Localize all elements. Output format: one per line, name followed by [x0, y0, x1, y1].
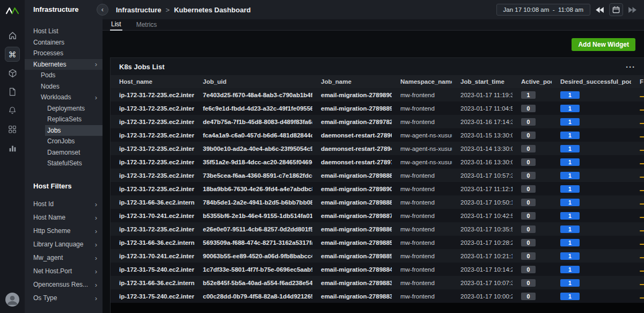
sidebar-collapse-button[interactable]: ‹: [97, 4, 108, 16]
cell-active-pods: 0: [513, 263, 552, 276]
table-row[interactable]: ip-172-31-72-235.ec2.internal7e403d25-f6…: [111, 88, 644, 101]
cell-namespace-name: mw-frontend: [392, 236, 452, 249]
chevron-right-icon: ›: [95, 94, 97, 101]
cell-job-start-time: 2023-01-16 17:14:39: [452, 115, 513, 128]
cell-namespace-name: mw-frontend: [392, 182, 452, 195]
table-row[interactable]: ip-172-31-72-235.ec2.internale26e0e07-95…: [111, 222, 644, 236]
cell-desired-successful-pods: 1: [552, 289, 631, 303]
column-header-active-pods[interactable]: Active_pods: [513, 75, 552, 88]
cell-active-pods: 0: [513, 276, 552, 289]
package-icon[interactable]: [5, 65, 20, 81]
filter-item-http-scheme[interactable]: Http Scheme›: [25, 224, 103, 238]
cell-job-start-time: 2023-01-17 10:50:15: [452, 195, 513, 209]
skip-back-icon[interactable]: [596, 7, 604, 13]
filter-item-net-host-port[interactable]: Net Host.Port›: [25, 265, 103, 278]
tab-list[interactable]: List: [110, 19, 122, 31]
tab-metrics[interactable]: Metrics: [135, 20, 158, 30]
sidebar-nav: Host ListContainersProcessesKubernetes›P…: [25, 19, 103, 169]
sidebar-item-nodes[interactable]: Nodes: [25, 81, 103, 92]
card-menu-icon[interactable]: ···: [626, 63, 635, 71]
sidebar-item-kubernetes[interactable]: Kubernetes›: [25, 59, 103, 70]
column-header-job-start-time[interactable]: Job_start_time: [452, 75, 513, 88]
table-row[interactable]: ip-172-31-75-240.ec2.internalc00c28dd-0b…: [111, 289, 644, 303]
failed-pods-badge: [640, 96, 644, 97]
cell-namespace-name: mw-frontend: [392, 222, 452, 236]
column-header-desired-successful-pods[interactable]: Desired_successful_pods: [552, 75, 631, 88]
cell-active-pods: 0: [513, 195, 552, 209]
sidebar-item-label: Pods: [41, 71, 55, 79]
active-pods-badge: 0: [521, 225, 536, 233]
table-row[interactable]: ip-172-31-66-36.ec2.internalb52e845f-5b5…: [111, 276, 644, 289]
column-header-namespace-name[interactable]: Namespace_name: [392, 75, 452, 88]
column-header-f[interactable]: F: [631, 75, 644, 88]
cell-job-name: email-migration-27898880: [312, 195, 392, 209]
apps-grid-icon[interactable]: [5, 122, 20, 137]
sidebar-item-processes[interactable]: Processes: [25, 48, 103, 59]
sidebar-item-daemonset[interactable]: Daemonset: [25, 147, 103, 158]
sidebar-item-cronjobs[interactable]: CronJobs: [25, 136, 103, 147]
column-header-job-uid[interactable]: Job_uid: [194, 75, 312, 88]
mw-logo[interactable]: [5, 4, 19, 17]
bell-icon[interactable]: [5, 103, 20, 118]
table-row[interactable]: ip-172-31-72-235.ec2.internal73be5cea-f6…: [111, 169, 644, 182]
cell-desired-successful-pods: 1: [552, 142, 631, 155]
document-icon[interactable]: [5, 84, 20, 99]
skip-forward-icon[interactable]: [628, 7, 636, 13]
filter-item-mw-agent[interactable]: Mw_agent›: [25, 251, 103, 265]
filter-item-opencensus-res[interactable]: Opencensus Res...›: [25, 278, 103, 292]
cell-desired-successful-pods: 1: [552, 88, 631, 101]
cell-job-start-time: 2023-01-17 10:28:29: [452, 236, 513, 249]
sidebar-item-host-list[interactable]: Host List: [25, 26, 103, 37]
sidebar-item-pods[interactable]: Pods: [25, 70, 103, 81]
chevron-right-icon: ›: [95, 228, 97, 235]
breadcrumb-kubernetes-dashboard[interactable]: Kubernetes Dashboard: [174, 6, 251, 14]
desired-successful-pods-badge: 1: [560, 132, 580, 139]
failed-pods-badge: [640, 230, 644, 231]
table-row[interactable]: ip-172-31-66-36.ec2.internal784b5de1-2a2…: [111, 195, 644, 209]
time-range-picker[interactable]: Jan 17 10:08 am - 11:08 am: [496, 4, 590, 16]
jobs-table: Host_nameJob_uidJob_nameNamespace_nameJo…: [111, 75, 644, 303]
user-avatar[interactable]: [5, 293, 19, 307]
sidebar-item-jobs[interactable]: Jobs: [25, 125, 103, 136]
chevron-right-icon: ›: [95, 295, 97, 302]
filter-item-library-lanquage[interactable]: Library Lanquage›: [25, 238, 103, 251]
table-row[interactable]: ip-172-31-72-235.ec2.internalfca4a1a9-c6…: [111, 128, 644, 142]
cell-host-name: ip-172-31-70-241.ec2.internal: [111, 209, 194, 222]
chevron-right-icon: ›: [95, 281, 97, 288]
cell-job-uid: 18ba9bb6-7630-4e26-9fd4-a4e7abdbc839: [194, 182, 312, 195]
cell-host-name: ip-172-31-66-36.ec2.internal: [111, 195, 194, 209]
table-row[interactable]: ip-172-31-75-240.ec2.internal1c7df33e-58…: [111, 263, 644, 276]
breadcrumb-infrastructure[interactable]: Infrastructure: [116, 6, 162, 14]
sidebar-item-workloads[interactable]: Workloads›: [25, 92, 103, 103]
sidebar-item-deployments[interactable]: Deployments: [25, 103, 103, 114]
sidebar-item-statefulsets[interactable]: StatefulSets: [25, 158, 103, 169]
cell-namespace-name: mw-agent-ns-xusuu: [392, 128, 452, 142]
desired-successful-pods-badge: 1: [560, 105, 580, 112]
sidebar-item-replicasets[interactable]: ReplicaSets: [25, 114, 103, 125]
filter-item-os-type[interactable]: Os Type›: [25, 292, 103, 305]
add-new-widget-button[interactable]: Add New Widget: [572, 38, 635, 51]
command-icon[interactable]: ⌘: [5, 47, 20, 62]
table-row[interactable]: ip-172-31-72-235.ec2.internalde47b75a-7f…: [111, 115, 644, 128]
cell-job-uid: fca4a1a9-c6a0-457d-b6d6-481d82844c52: [194, 128, 312, 142]
table-row[interactable]: ip-172-31-72-235.ec2.internal18ba9bb6-76…: [111, 182, 644, 195]
table-row[interactable]: ip-172-31-72-235.ec2.internalfe6c9e1d-fb…: [111, 101, 644, 115]
table-row[interactable]: ip-172-31-72-235.ec2.internal35f51a2e-9d…: [111, 155, 644, 169]
table-row[interactable]: ip-172-31-72-235.ec2.internal39b00e10-ad…: [111, 142, 644, 155]
cell-job-uid: 73be5cea-f6aa-4360-8591-c7e1862fdccf: [194, 169, 312, 182]
sidebar-item-containers[interactable]: Containers: [25, 37, 103, 48]
filter-item-host-name[interactable]: Host Name›: [25, 211, 103, 224]
column-header-host-name[interactable]: Host_name: [111, 75, 194, 88]
calendar-icon[interactable]: [609, 3, 623, 16]
cell-active-pods: 1: [513, 88, 552, 101]
column-header-job-name[interactable]: Job_name: [312, 75, 392, 88]
table-row[interactable]: ip-172-31-70-241.ec2.internalb5355bf6-2e…: [111, 209, 644, 222]
table-row[interactable]: ip-172-31-66-36.ec2.internal5693509a-f68…: [111, 236, 644, 249]
failed-pods-badge: [640, 150, 644, 151]
cell-job-name: email-migration-27898850: [312, 249, 392, 263]
filter-item-host-id[interactable]: Host Id›: [25, 198, 103, 211]
home-icon[interactable]: [5, 28, 20, 43]
sidebar-item-label: ReplicaSets: [47, 115, 82, 123]
table-row[interactable]: ip-172-31-70-241.ec2.internal90063b55-ee…: [111, 249, 644, 263]
bar-chart-icon[interactable]: [5, 141, 20, 156]
